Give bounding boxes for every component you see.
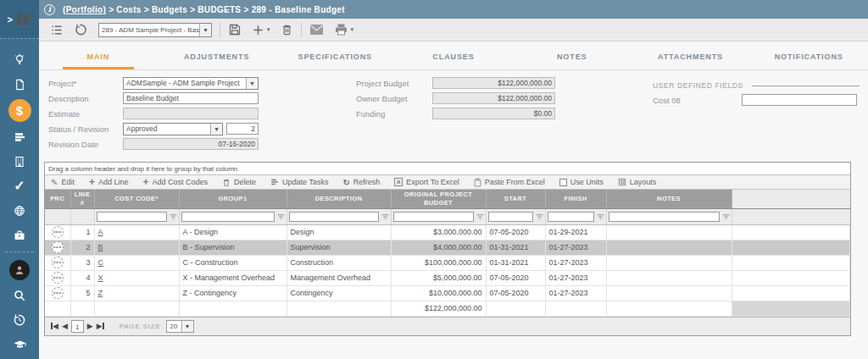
pager-prev-button[interactable]: ◀ [62, 322, 68, 330]
add-icon[interactable]: ▾ [252, 24, 270, 36]
col-header-finish[interactable]: FINISH [545, 190, 606, 208]
chevron-down-icon[interactable]: ▼ [210, 124, 222, 135]
add-cost-codes-button[interactable]: +Add Cost Codes [142, 178, 208, 186]
cost-code-link[interactable]: B [98, 243, 103, 251]
logo-letter: W [12, 10, 34, 29]
table-row[interactable]: ••• 4 X X - Management Overhead Manageme… [45, 270, 850, 285]
app-logo[interactable]: > W [0, 0, 39, 39]
filter-input-description[interactable] [289, 212, 379, 222]
filter-input-cost-code[interactable] [97, 212, 167, 222]
filter-icon[interactable] [536, 213, 543, 220]
mail-icon[interactable] [309, 24, 324, 36]
filter-input-group[interactable] [181, 212, 275, 222]
history-icon[interactable] [0, 307, 39, 332]
budget-bars-icon[interactable] [0, 124, 39, 149]
table-row[interactable]: ••• 3 C C - Construction Construction $1… [45, 255, 850, 270]
tab-main[interactable]: MAIN [39, 47, 158, 69]
project-select[interactable]: ADMSample - ADM Sample Project ▼ [123, 77, 259, 90]
funding-input [432, 108, 555, 119]
record-history-icon[interactable] [74, 23, 88, 36]
filter-icon[interactable] [381, 213, 389, 220]
user-defined-fields-heading: USER DEFINED FIELDS [653, 81, 743, 90]
tab-notifications[interactable]: NOTIFICATIONS [749, 47, 868, 69]
col-header-line[interactable]: LINE # [70, 190, 94, 208]
col-header-prc[interactable]: PRC [45, 190, 70, 208]
row-actions-button[interactable]: ••• [52, 257, 64, 268]
cost-code-link[interactable]: C [98, 258, 104, 267]
delete-button[interactable]: Delete [222, 178, 256, 187]
filter-icon[interactable] [277, 213, 285, 220]
cost-code-link[interactable]: X [98, 273, 103, 282]
graduation-cap-icon[interactable] [0, 332, 39, 356]
tab-clauses[interactable]: CLAUSES [394, 47, 513, 69]
add-dropdown-caret-icon[interactable]: ▾ [267, 26, 270, 33]
pager-page-number[interactable]: 1 [71, 320, 84, 333]
tab-adjustments[interactable]: ADJUSTMENTS [158, 47, 276, 69]
delete-icon[interactable] [281, 23, 293, 36]
table-row[interactable]: ••• 5 Z Z - Contingency Contingency $10,… [45, 285, 850, 301]
cost-08-input[interactable] [742, 94, 857, 106]
filter-icon[interactable] [476, 213, 484, 220]
building-icon[interactable] [0, 149, 39, 174]
col-header-original-project-budget[interactable]: ORIGINAL PROJECT BUDGET [391, 190, 486, 208]
list-view-icon[interactable] [50, 24, 64, 36]
filter-input-notes[interactable] [609, 212, 720, 222]
filter-input-finish[interactable] [548, 212, 594, 222]
chevron-down-icon[interactable]: ▼ [199, 24, 211, 36]
paste-from-excel-button[interactable]: Paste From Excel [474, 178, 545, 187]
check-icon[interactable]: ✓ [0, 174, 39, 198]
status-select[interactable]: Approved ▼ [123, 123, 223, 135]
update-tasks-button[interactable]: Update Tasks [270, 178, 328, 186]
filter-icon[interactable] [170, 213, 177, 220]
add-line-button[interactable]: +Add Line [89, 178, 129, 186]
table-row[interactable]: ••• 1 A A - Design Design $3,000,000.00 … [45, 224, 850, 240]
lightbulb-icon[interactable] [0, 47, 39, 72]
group-by-hint[interactable]: Drag a column header and drop it here to… [45, 163, 850, 175]
cost-code-link[interactable]: A [98, 228, 103, 236]
edit-button[interactable]: ✎Edit [51, 178, 75, 187]
tab-notes[interactable]: NOTES [513, 47, 632, 69]
layouts-button[interactable]: Layouts [618, 178, 657, 186]
col-header-notes[interactable]: NOTES [606, 190, 732, 208]
pager-next-button[interactable]: ▶ [87, 322, 93, 330]
document-icon[interactable] [0, 72, 39, 97]
page-size-select[interactable]: 20 ▼ [166, 320, 194, 333]
user-avatar-icon[interactable] [0, 257, 39, 283]
filter-icon[interactable] [597, 213, 604, 220]
info-icon[interactable]: i [44, 4, 55, 15]
tab-specifications[interactable]: SPECIFICATIONS [275, 47, 394, 69]
pager-last-button[interactable]: ▶ [97, 322, 104, 330]
globe-icon[interactable] [0, 198, 39, 223]
col-header-start[interactable]: START [486, 190, 545, 208]
costs-dollar-icon[interactable]: $ [0, 97, 39, 124]
refresh-button[interactable]: ↻Refresh [342, 178, 380, 187]
print-icon[interactable]: ▾ [334, 23, 354, 36]
layouts-grid-icon [618, 178, 626, 186]
description-input[interactable] [123, 92, 259, 104]
tab-attachments[interactable]: ATTACHMENTS [632, 47, 750, 69]
save-icon[interactable] [228, 23, 242, 36]
record-select-dropdown[interactable]: 289 - ADM Sample Project - Baseline ▼ [98, 23, 212, 37]
breadcrumb-portfolio-link[interactable]: (Portfolio) [63, 5, 106, 14]
col-header-group[interactable]: GROUP1 [179, 190, 287, 208]
export-to-excel-button[interactable]: XExport To Excel [394, 178, 459, 186]
row-actions-button[interactable]: ••• [52, 241, 64, 253]
row-actions-button[interactable]: ••• [52, 226, 64, 238]
use-units-checkbox[interactable]: Use Units [559, 178, 604, 186]
revision-number-input[interactable] [226, 123, 259, 135]
print-dropdown-caret-icon[interactable]: ▾ [351, 26, 354, 33]
row-actions-button[interactable]: ••• [52, 287, 64, 299]
table-row-selected[interactable]: ••• 2 B B - Supervision Supervision $4,0… [45, 240, 850, 255]
chevron-down-icon[interactable]: ▼ [181, 321, 193, 332]
pager-first-button[interactable]: ◀ [51, 322, 58, 330]
briefcase-icon[interactable] [0, 223, 39, 247]
cost-code-link[interactable]: Z [98, 289, 103, 297]
col-header-cost-code[interactable]: COST CODE* [94, 190, 179, 208]
chevron-down-icon[interactable]: ▼ [246, 78, 258, 89]
row-actions-button[interactable]: ••• [52, 272, 64, 284]
filter-icon[interactable] [722, 213, 730, 220]
col-header-description[interactable]: DESCRIPTION [287, 190, 391, 208]
filter-input-budget[interactable] [393, 212, 474, 222]
search-icon[interactable] [0, 283, 39, 307]
filter-input-start[interactable] [488, 212, 533, 222]
